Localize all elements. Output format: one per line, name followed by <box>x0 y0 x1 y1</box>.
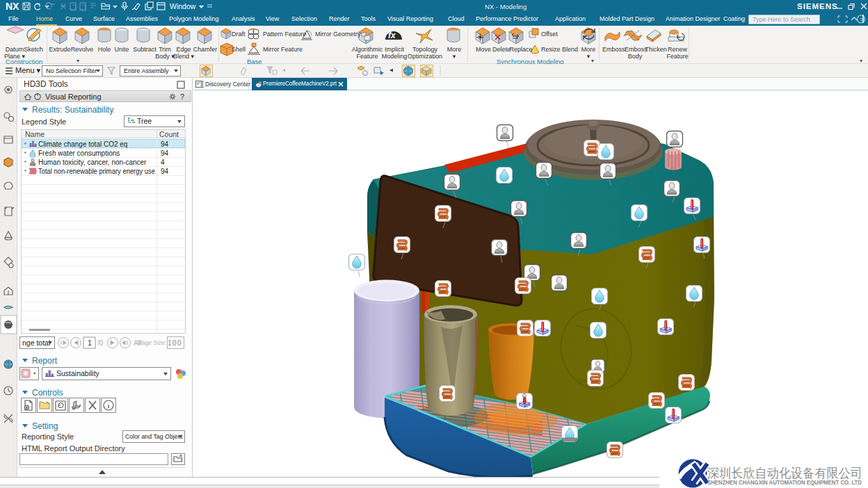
svg-text:深圳长欣自动化设备有限公司: 深圳长欣自动化设备有限公司 <box>707 466 862 480</box>
svg-text:4: 4 <box>161 158 165 166</box>
svg-text:+: + <box>24 158 27 165</box>
svg-text:94: 94 <box>161 168 169 175</box>
svg-text:/0: /0 <box>97 339 104 347</box>
svg-text:fx: fx <box>388 31 396 40</box>
svg-text:+: + <box>24 140 27 147</box>
svg-text:SHENZHEN CHANGXIN AUTOMATION E: SHENZHEN CHANGXIN AUTOMATION EQUIPMENT C… <box>707 479 862 486</box>
svg-text:1: 1 <box>88 339 92 347</box>
svg-text:Climate change total CO2 eq: Climate change total CO2 eq <box>38 140 127 148</box>
svg-text:+: + <box>24 168 27 174</box>
svg-text:+: + <box>24 149 27 156</box>
svg-text:Window: Window <box>170 2 196 10</box>
svg-text:NX: NX <box>6 1 19 12</box>
svg-text:SIEMENS: SIEMENS <box>797 2 838 10</box>
svg-text:Fresh water consumptions: Fresh water consumptions <box>38 149 120 157</box>
svg-text:Total non-renewable primary en: Total non-renewable primary energy use <box>38 168 155 175</box>
svg-text:Human toxicity, cancer, non-ca: Human toxicity, cancer, non-cancer <box>38 158 147 166</box>
svg-text:94: 94 <box>161 140 169 148</box>
svg-text:94: 94 <box>161 149 169 157</box>
svg-text:?: ? <box>180 92 184 101</box>
svg-text:NX - Modeling: NX - Modeling <box>485 3 527 10</box>
